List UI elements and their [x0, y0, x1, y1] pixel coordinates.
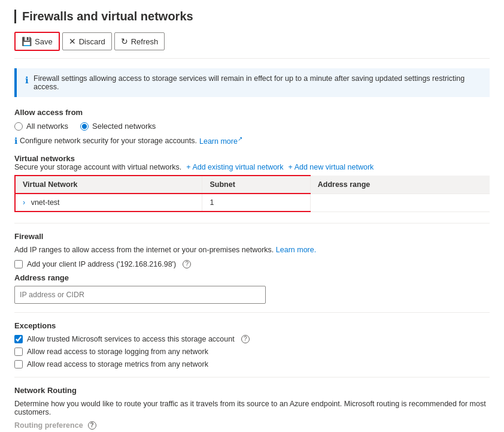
firewall-desc: Add IP ranges to allow access from the i… — [14, 246, 490, 254]
save-button[interactable]: 💾 Save — [14, 32, 60, 51]
divider-2 — [14, 312, 490, 313]
client-ip-checkbox-item[interactable]: Add your client IP address ('192.168.216… — [14, 260, 490, 268]
routing-title: Network Routing — [14, 386, 490, 395]
exception-label-0: Allow trusted Microsoft services to acce… — [27, 335, 235, 343]
save-label: Save — [35, 37, 53, 46]
discard-label: Discard — [79, 37, 105, 46]
exception-item-2[interactable]: Allow read access to storage metrics fro… — [14, 360, 490, 368]
client-ip-label: Add your client IP address ('192.168.216… — [27, 260, 176, 268]
config-note-text: Configure network security for your stor… — [20, 137, 197, 145]
add-new-vnet-link[interactable]: + Add new virtual network — [289, 163, 374, 171]
selected-networks-option[interactable]: Selected networks — [80, 122, 156, 131]
vnet-description: Secure your storage account with virtual… — [14, 163, 181, 171]
routing-pref-text: Routing preference — [14, 421, 83, 430]
exception-item-0[interactable]: Allow trusted Microsoft services to acce… — [14, 335, 490, 343]
vnet-col-virtual-network: Virtual Network — [15, 176, 202, 194]
firewall-title: Firewall — [14, 232, 490, 241]
vnet-col-subnet: Subnet — [202, 176, 310, 194]
vnet-table-area: Virtual Network Subnet Address range › v… — [14, 175, 490, 212]
info-icon: ℹ — [25, 75, 29, 86]
save-icon: 💾 — [22, 37, 32, 46]
config-note: ℹ Configure network security for your st… — [14, 135, 490, 146]
external-link-icon: ↗ — [238, 135, 242, 142]
divider-1 — [14, 223, 490, 223]
all-networks-label: All networks — [26, 122, 68, 131]
routing-description: Determine how you would like to route yo… — [14, 400, 490, 416]
selected-networks-radio[interactable] — [80, 122, 89, 131]
all-networks-radio[interactable] — [14, 122, 23, 131]
firewall-desc-text: Add IP ranges to allow access from the i… — [14, 246, 274, 254]
discard-button[interactable]: ✕ Discard — [62, 32, 112, 50]
client-ip-info-icon[interactable]: ? — [183, 260, 191, 268]
routing-pref-info-icon[interactable]: ? — [88, 421, 96, 430]
exception-label-1: Allow read access to storage logging fro… — [27, 348, 208, 356]
toolbar: 💾 Save ✕ Discard ↻ Refresh — [14, 32, 490, 59]
refresh-button[interactable]: ↻ Refresh — [114, 32, 165, 50]
exception-checkbox-1[interactable] — [14, 348, 23, 356]
expand-icon[interactable]: › — [23, 198, 25, 207]
exception-info-icon-0[interactable]: ? — [241, 335, 250, 343]
vnet-name-cell: › vnet-test — [15, 194, 202, 212]
vnet-full-table: Virtual Network Subnet Address range › v… — [14, 175, 490, 212]
refresh-icon: ↻ — [121, 37, 128, 46]
exception-label-2: Allow read access to storage metrics fro… — [27, 360, 208, 368]
client-ip-checkbox[interactable] — [14, 260, 23, 268]
routing-pref-label: Routing preference ? — [14, 421, 490, 430]
firewall-learn-more-link[interactable]: Learn more. — [276, 246, 316, 254]
divider-3 — [14, 377, 490, 377]
exception-checkbox-0[interactable] — [14, 335, 23, 343]
all-networks-option[interactable]: All networks — [14, 122, 68, 131]
exceptions-section: Exceptions Allow trusted Microsoft servi… — [14, 321, 490, 368]
vnet-address-cell — [310, 194, 490, 212]
vnet-title: Virtual networks — [14, 154, 490, 163]
learn-more-link[interactable]: Learn more↗ — [199, 135, 242, 146]
info-banner: ℹ Firewall settings allowing access to s… — [14, 68, 490, 97]
discard-icon: ✕ — [69, 37, 76, 46]
vnet-name: vnet-test — [31, 198, 60, 207]
page-title: Firewalls and virtual networks — [14, 10, 490, 23]
routing-section: Network Routing Determine how you would … — [14, 386, 490, 432]
address-range-label: Address range — [14, 273, 490, 282]
table-row: › vnet-test 1 — [15, 194, 490, 212]
selected-networks-label: Selected networks — [92, 122, 156, 131]
add-existing-vnet-link[interactable]: + Add existing virtual network — [186, 163, 283, 171]
vnet-desc-row: Secure your storage account with virtual… — [14, 163, 490, 171]
exceptions-title: Exceptions — [14, 321, 490, 330]
exception-item-1[interactable]: Allow read access to storage logging fro… — [14, 348, 490, 356]
vnet-subnet-cell: 1 — [202, 194, 310, 212]
refresh-label: Refresh — [131, 37, 159, 46]
learn-more-label: Learn more — [199, 137, 238, 146]
allow-access-label: Allow access from — [14, 108, 490, 117]
info-icon-small: ℹ — [14, 136, 17, 146]
vnet-col-address-range: Address range — [310, 176, 490, 194]
info-banner-text: Firewall settings allowing access to sto… — [34, 74, 481, 91]
firewall-section: Firewall Add IP ranges to allow access f… — [14, 232, 490, 304]
exception-checkbox-2[interactable] — [14, 360, 23, 368]
virtual-networks-section: Virtual networks Secure your storage acc… — [14, 154, 490, 171]
access-radio-group: All networks Selected networks — [14, 122, 490, 131]
address-range-input[interactable] — [14, 286, 266, 304]
